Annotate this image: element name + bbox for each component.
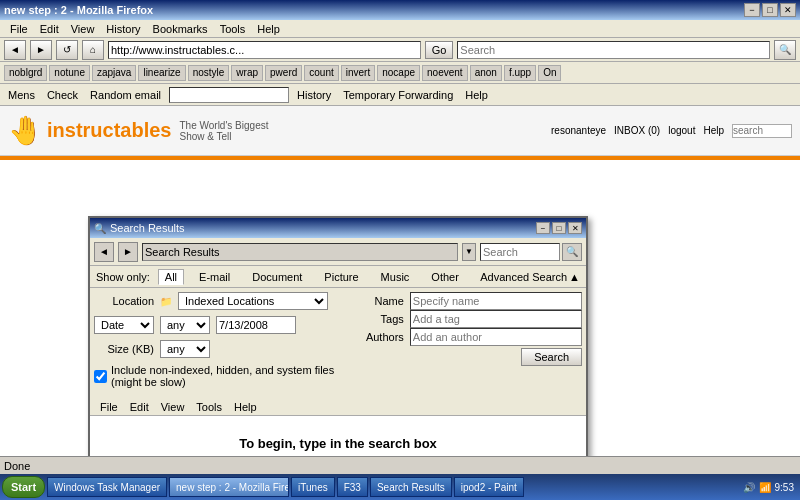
- tab-other[interactable]: Other: [424, 269, 466, 285]
- dialog-menu-bar: File Edit View Tools Help: [90, 398, 586, 416]
- tab-music[interactable]: Music: [374, 269, 417, 285]
- left-search-fields: Location 📁 Indexed Locations Date: [94, 292, 356, 394]
- dialog-close-button[interactable]: ✕: [568, 222, 582, 234]
- authors-input[interactable]: [410, 328, 582, 346]
- content-area: 🤚 instructables The World's Biggest Show…: [0, 106, 800, 474]
- maximize-button[interactable]: □: [762, 3, 778, 17]
- close-button[interactable]: ✕: [780, 3, 796, 17]
- search-btn-row: Search: [364, 348, 582, 366]
- bookmark-fupp[interactable]: f.upp: [504, 65, 536, 81]
- dialog-minimize-button[interactable]: −: [536, 222, 550, 234]
- start-button[interactable]: Start: [2, 476, 45, 498]
- dialog-window-controls: − □ ✕: [536, 222, 582, 234]
- header-help-link[interactable]: Help: [703, 125, 724, 136]
- address-bar[interactable]: [108, 41, 421, 59]
- date-any-select[interactable]: any: [160, 316, 210, 334]
- nav2-mens[interactable]: Mens: [4, 89, 39, 101]
- status-text: Done: [4, 460, 796, 472]
- dialog-search-input[interactable]: [480, 243, 560, 261]
- search-button[interactable]: Search: [521, 348, 582, 366]
- site-tagline: The World's Biggest Show & Tell: [179, 120, 268, 142]
- bookmark-noblgrd[interactable]: noblgrd: [4, 65, 47, 81]
- tags-input[interactable]: [410, 310, 582, 328]
- tags-row: Tags: [364, 310, 582, 328]
- nav-toolbar2: Mens Check Random email History Temporar…: [0, 84, 800, 106]
- menu-help[interactable]: Help: [251, 23, 286, 35]
- dialog-menu-view[interactable]: View: [155, 401, 191, 413]
- menu-file[interactable]: File: [4, 23, 34, 35]
- logo-area: 🤚 instructables: [8, 114, 171, 147]
- name-input[interactable]: [410, 292, 582, 310]
- site-search-input[interactable]: [732, 124, 792, 138]
- forward-button[interactable]: ►: [30, 40, 52, 60]
- dialog-addr-dropdown[interactable]: ▼: [462, 243, 476, 261]
- dialog-maximize-button[interactable]: □: [552, 222, 566, 234]
- bookmark-notune[interactable]: notune: [49, 65, 90, 81]
- nav2-help[interactable]: Help: [461, 89, 492, 101]
- dialog-search-go-button[interactable]: 🔍: [562, 243, 582, 261]
- show-only-bar: Show only: All E-mail Document Picture M…: [90, 266, 586, 288]
- taskbar-paint[interactable]: ipod2 - Paint: [454, 477, 524, 497]
- taskbar-itunes[interactable]: iTunes: [291, 477, 335, 497]
- size-label: Size (KB): [94, 343, 154, 355]
- taskbar-mozilla[interactable]: new step : 2 - Mozilla Fire...: [169, 477, 289, 497]
- dialog-menu-tools[interactable]: Tools: [190, 401, 228, 413]
- header-right: resonanteye INBOX (0) logout Help: [551, 124, 792, 138]
- email-input[interactable]: [169, 87, 289, 103]
- reload-button[interactable]: ↺: [56, 40, 78, 60]
- bookmark-anon[interactable]: anon: [470, 65, 502, 81]
- home-button[interactable]: ⌂: [82, 40, 104, 60]
- bookmark-noevent[interactable]: noevent: [422, 65, 468, 81]
- dialog-menu-edit[interactable]: Edit: [124, 401, 155, 413]
- nav2-temp-forwarding[interactable]: Temporary Forwarding: [339, 89, 457, 101]
- volume-icon: 📶: [759, 482, 771, 493]
- tab-document[interactable]: Document: [245, 269, 309, 285]
- bookmarks-bar: noblgrd notune zapjava linearize nostyle…: [0, 62, 800, 84]
- dialog-main-content: To begin, type in the search box To sear…: [90, 416, 586, 456]
- bookmark-invert[interactable]: invert: [341, 65, 375, 81]
- window-controls: − □ ✕: [744, 3, 796, 17]
- taskbar-search-results[interactable]: Search Results: [370, 477, 452, 497]
- bookmark-count[interactable]: count: [304, 65, 338, 81]
- dialog-menu-file[interactable]: File: [94, 401, 124, 413]
- back-button[interactable]: ◄: [4, 40, 26, 60]
- include-nonindexed-checkbox[interactable]: [94, 370, 107, 383]
- bookmark-wrap[interactable]: wrap: [231, 65, 263, 81]
- tab-email[interactable]: E-mail: [192, 269, 237, 285]
- advanced-search-link[interactable]: Advanced Search ▲: [480, 271, 580, 283]
- menu-edit[interactable]: Edit: [34, 23, 65, 35]
- bookmark-on[interactable]: On: [538, 65, 561, 81]
- bookmark-zapjava[interactable]: zapjava: [92, 65, 136, 81]
- dialog-menu-help[interactable]: Help: [228, 401, 263, 413]
- size-any-select[interactable]: any: [160, 340, 210, 358]
- browser-search-button[interactable]: 🔍: [774, 40, 796, 60]
- tags-label: Tags: [364, 313, 404, 325]
- date-type-select[interactable]: Date: [94, 316, 154, 334]
- menu-view[interactable]: View: [65, 23, 101, 35]
- date-value-input[interactable]: [216, 316, 296, 334]
- tab-all[interactable]: All: [158, 269, 184, 285]
- minimize-button[interactable]: −: [744, 3, 760, 17]
- menu-history[interactable]: History: [100, 23, 146, 35]
- bookmark-pwerd[interactable]: pwerd: [265, 65, 302, 81]
- nav2-random-email[interactable]: Random email: [86, 89, 165, 101]
- browser-search-input[interactable]: [457, 41, 770, 59]
- menu-tools[interactable]: Tools: [214, 23, 252, 35]
- bookmark-nocape[interactable]: nocape: [377, 65, 420, 81]
- dialog-back-button[interactable]: ◄: [94, 242, 114, 262]
- taskbar-task-manager[interactable]: Windows Task Manager: [47, 477, 167, 497]
- taskbar: Start Windows Task Manager new step : 2 …: [0, 474, 800, 500]
- go-button[interactable]: Go: [425, 41, 454, 59]
- name-row: Name: [364, 292, 582, 310]
- bookmark-nostyle[interactable]: nostyle: [188, 65, 230, 81]
- taskbar-f33[interactable]: F33: [337, 477, 368, 497]
- nav2-check[interactable]: Check: [43, 89, 82, 101]
- logout-link[interactable]: logout: [668, 125, 695, 136]
- authors-row: Authors: [364, 328, 582, 346]
- bookmark-linearize[interactable]: linearize: [138, 65, 185, 81]
- location-select[interactable]: Indexed Locations: [178, 292, 328, 310]
- nav2-history[interactable]: History: [293, 89, 335, 101]
- tab-picture[interactable]: Picture: [317, 269, 365, 285]
- dialog-fwd-button[interactable]: ►: [118, 242, 138, 262]
- menu-bookmarks[interactable]: Bookmarks: [147, 23, 214, 35]
